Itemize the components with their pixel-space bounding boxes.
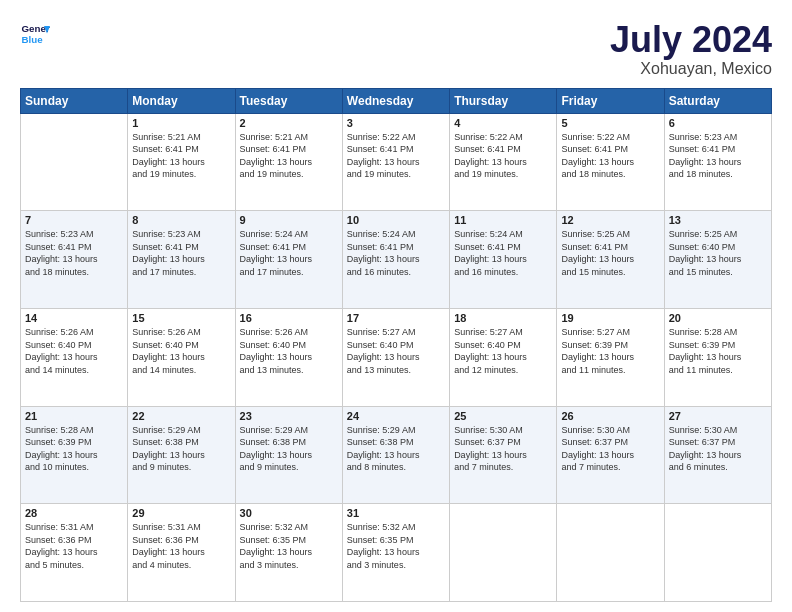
calendar-cell: 27Sunrise: 5:30 AM Sunset: 6:37 PM Dayli… [664, 406, 771, 504]
day-number: 11 [454, 214, 552, 226]
day-info: Sunrise: 5:26 AM Sunset: 6:40 PM Dayligh… [240, 326, 338, 376]
day-number: 14 [25, 312, 123, 324]
col-tuesday: Tuesday [235, 88, 342, 113]
calendar-cell: 19Sunrise: 5:27 AM Sunset: 6:39 PM Dayli… [557, 308, 664, 406]
day-number: 8 [132, 214, 230, 226]
day-number: 15 [132, 312, 230, 324]
calendar-cell: 13Sunrise: 5:25 AM Sunset: 6:40 PM Dayli… [664, 211, 771, 309]
col-thursday: Thursday [450, 88, 557, 113]
day-info: Sunrise: 5:29 AM Sunset: 6:38 PM Dayligh… [132, 424, 230, 474]
day-info: Sunrise: 5:24 AM Sunset: 6:41 PM Dayligh… [240, 228, 338, 278]
calendar-table: Sunday Monday Tuesday Wednesday Thursday… [20, 88, 772, 602]
day-number: 22 [132, 410, 230, 422]
calendar-cell [450, 504, 557, 602]
day-number: 30 [240, 507, 338, 519]
calendar-week-3: 14Sunrise: 5:26 AM Sunset: 6:40 PM Dayli… [21, 308, 772, 406]
day-info: Sunrise: 5:30 AM Sunset: 6:37 PM Dayligh… [669, 424, 767, 474]
calendar-header-row: Sunday Monday Tuesday Wednesday Thursday… [21, 88, 772, 113]
svg-text:Blue: Blue [22, 34, 44, 45]
day-info: Sunrise: 5:23 AM Sunset: 6:41 PM Dayligh… [669, 131, 767, 181]
calendar-cell: 29Sunrise: 5:31 AM Sunset: 6:36 PM Dayli… [128, 504, 235, 602]
calendar-cell: 4Sunrise: 5:22 AM Sunset: 6:41 PM Daylig… [450, 113, 557, 211]
calendar-cell: 30Sunrise: 5:32 AM Sunset: 6:35 PM Dayli… [235, 504, 342, 602]
day-info: Sunrise: 5:23 AM Sunset: 6:41 PM Dayligh… [25, 228, 123, 278]
calendar-cell: 9Sunrise: 5:24 AM Sunset: 6:41 PM Daylig… [235, 211, 342, 309]
logo: General Blue [20, 20, 50, 50]
day-number: 2 [240, 117, 338, 129]
calendar-cell: 21Sunrise: 5:28 AM Sunset: 6:39 PM Dayli… [21, 406, 128, 504]
calendar-week-1: 1Sunrise: 5:21 AM Sunset: 6:41 PM Daylig… [21, 113, 772, 211]
day-info: Sunrise: 5:29 AM Sunset: 6:38 PM Dayligh… [240, 424, 338, 474]
day-info: Sunrise: 5:31 AM Sunset: 6:36 PM Dayligh… [132, 521, 230, 571]
day-number: 17 [347, 312, 445, 324]
calendar-cell: 18Sunrise: 5:27 AM Sunset: 6:40 PM Dayli… [450, 308, 557, 406]
calendar-cell: 20Sunrise: 5:28 AM Sunset: 6:39 PM Dayli… [664, 308, 771, 406]
day-info: Sunrise: 5:28 AM Sunset: 6:39 PM Dayligh… [25, 424, 123, 474]
day-number: 28 [25, 507, 123, 519]
calendar-cell: 31Sunrise: 5:32 AM Sunset: 6:35 PM Dayli… [342, 504, 449, 602]
day-info: Sunrise: 5:24 AM Sunset: 6:41 PM Dayligh… [347, 228, 445, 278]
day-number: 26 [561, 410, 659, 422]
page-header: General Blue July 2024 Xohuayan, Mexico [20, 20, 772, 78]
title-block: July 2024 Xohuayan, Mexico [610, 20, 772, 78]
day-info: Sunrise: 5:21 AM Sunset: 6:41 PM Dayligh… [132, 131, 230, 181]
main-title: July 2024 [610, 20, 772, 60]
calendar-cell: 3Sunrise: 5:22 AM Sunset: 6:41 PM Daylig… [342, 113, 449, 211]
day-number: 29 [132, 507, 230, 519]
day-info: Sunrise: 5:29 AM Sunset: 6:38 PM Dayligh… [347, 424, 445, 474]
day-number: 13 [669, 214, 767, 226]
day-info: Sunrise: 5:26 AM Sunset: 6:40 PM Dayligh… [132, 326, 230, 376]
col-saturday: Saturday [664, 88, 771, 113]
calendar-cell: 8Sunrise: 5:23 AM Sunset: 6:41 PM Daylig… [128, 211, 235, 309]
day-number: 20 [669, 312, 767, 324]
day-number: 23 [240, 410, 338, 422]
calendar-cell: 2Sunrise: 5:21 AM Sunset: 6:41 PM Daylig… [235, 113, 342, 211]
day-info: Sunrise: 5:21 AM Sunset: 6:41 PM Dayligh… [240, 131, 338, 181]
day-number: 24 [347, 410, 445, 422]
day-number: 5 [561, 117, 659, 129]
calendar-cell: 1Sunrise: 5:21 AM Sunset: 6:41 PM Daylig… [128, 113, 235, 211]
calendar-week-5: 28Sunrise: 5:31 AM Sunset: 6:36 PM Dayli… [21, 504, 772, 602]
day-info: Sunrise: 5:30 AM Sunset: 6:37 PM Dayligh… [561, 424, 659, 474]
calendar-cell: 15Sunrise: 5:26 AM Sunset: 6:40 PM Dayli… [128, 308, 235, 406]
calendar-cell: 14Sunrise: 5:26 AM Sunset: 6:40 PM Dayli… [21, 308, 128, 406]
col-monday: Monday [128, 88, 235, 113]
day-number: 9 [240, 214, 338, 226]
day-number: 4 [454, 117, 552, 129]
day-info: Sunrise: 5:25 AM Sunset: 6:40 PM Dayligh… [669, 228, 767, 278]
day-number: 31 [347, 507, 445, 519]
day-number: 25 [454, 410, 552, 422]
calendar-cell: 24Sunrise: 5:29 AM Sunset: 6:38 PM Dayli… [342, 406, 449, 504]
calendar-cell: 17Sunrise: 5:27 AM Sunset: 6:40 PM Dayli… [342, 308, 449, 406]
day-info: Sunrise: 5:26 AM Sunset: 6:40 PM Dayligh… [25, 326, 123, 376]
calendar-cell: 26Sunrise: 5:30 AM Sunset: 6:37 PM Dayli… [557, 406, 664, 504]
day-info: Sunrise: 5:22 AM Sunset: 6:41 PM Dayligh… [454, 131, 552, 181]
subtitle: Xohuayan, Mexico [610, 60, 772, 78]
day-info: Sunrise: 5:31 AM Sunset: 6:36 PM Dayligh… [25, 521, 123, 571]
day-number: 1 [132, 117, 230, 129]
day-number: 6 [669, 117, 767, 129]
day-info: Sunrise: 5:24 AM Sunset: 6:41 PM Dayligh… [454, 228, 552, 278]
col-friday: Friday [557, 88, 664, 113]
day-info: Sunrise: 5:25 AM Sunset: 6:41 PM Dayligh… [561, 228, 659, 278]
day-number: 12 [561, 214, 659, 226]
calendar-cell: 28Sunrise: 5:31 AM Sunset: 6:36 PM Dayli… [21, 504, 128, 602]
day-number: 18 [454, 312, 552, 324]
calendar-cell: 12Sunrise: 5:25 AM Sunset: 6:41 PM Dayli… [557, 211, 664, 309]
day-info: Sunrise: 5:23 AM Sunset: 6:41 PM Dayligh… [132, 228, 230, 278]
day-number: 27 [669, 410, 767, 422]
day-number: 7 [25, 214, 123, 226]
day-number: 19 [561, 312, 659, 324]
day-number: 3 [347, 117, 445, 129]
day-info: Sunrise: 5:22 AM Sunset: 6:41 PM Dayligh… [347, 131, 445, 181]
day-number: 16 [240, 312, 338, 324]
calendar-cell: 10Sunrise: 5:24 AM Sunset: 6:41 PM Dayli… [342, 211, 449, 309]
calendar-cell: 7Sunrise: 5:23 AM Sunset: 6:41 PM Daylig… [21, 211, 128, 309]
logo-icon: General Blue [20, 20, 50, 50]
calendar-cell: 25Sunrise: 5:30 AM Sunset: 6:37 PM Dayli… [450, 406, 557, 504]
calendar-cell: 6Sunrise: 5:23 AM Sunset: 6:41 PM Daylig… [664, 113, 771, 211]
calendar-cell: 5Sunrise: 5:22 AM Sunset: 6:41 PM Daylig… [557, 113, 664, 211]
day-info: Sunrise: 5:22 AM Sunset: 6:41 PM Dayligh… [561, 131, 659, 181]
col-sunday: Sunday [21, 88, 128, 113]
calendar-cell [664, 504, 771, 602]
